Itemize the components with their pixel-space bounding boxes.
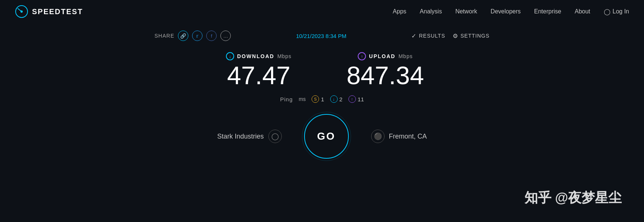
share-facebook-icon[interactable]: f [206, 31, 217, 41]
upload-label-row: ↑ UPLOAD Mbps [358, 52, 412, 60]
share-bar: SHARE 🔗 𝕣 f … 10/21/2023 8:34 PM ✓ RESUL… [154, 31, 490, 41]
speed-row: ↓ DOWNLOAD Mbps 47.47 ↑ UPLOAD Mbps 847.… [218, 52, 426, 88]
main-content: SHARE 🔗 𝕣 f … 10/21/2023 8:34 PM ✓ RESUL… [0, 23, 644, 159]
go-button[interactable]: GO [304, 114, 349, 159]
gear-icon: ⚙ [453, 32, 458, 39]
globe-icon: ⚫ [371, 130, 385, 143]
location-name: Fremont, CA [389, 133, 427, 140]
speedtest-logo-icon [15, 5, 28, 18]
watermark: 知乎 @夜梦星尘 [525, 189, 622, 207]
share-more-icon[interactable]: … [220, 31, 231, 41]
datetime-display: 10/21/2023 8:34 PM [296, 33, 346, 39]
nav-links: Apps Analysis Network Developers Enterpr… [393, 8, 629, 15]
upload-arrow-icon: ↑ [358, 52, 366, 60]
share-link-icon[interactable]: 🔗 [178, 31, 188, 41]
isp-name: Stark Industries [217, 133, 264, 140]
login-button[interactable]: ◯ Log In [604, 8, 629, 15]
person-circle-icon: ◯ [268, 130, 282, 143]
download-unit: Mbps [277, 53, 291, 59]
navbar: SPEEDTEST Apps Analysis Network Develope… [0, 0, 644, 23]
logo-text: SPEEDTEST [32, 7, 83, 16]
upload-block: ↑ UPLOAD Mbps 847.34 [344, 52, 426, 88]
location-block: ⚫ Fremont, CA [371, 130, 427, 143]
login-label: Log In [613, 8, 629, 15]
nav-link-analysis[interactable]: Analysis [420, 8, 442, 15]
nav-link-enterprise[interactable]: Enterprise [534, 8, 561, 15]
ping-unit: ms [299, 96, 306, 102]
person-icon: ◯ [604, 8, 610, 15]
nav-link-apps[interactable]: Apps [393, 8, 406, 15]
download-label-row: ↓ DOWNLOAD Mbps [226, 52, 291, 60]
ping-gold-icon: S [312, 95, 319, 103]
download-arrow-icon: ↓ [226, 52, 234, 60]
results-label: RESULTS [419, 33, 445, 39]
share-left: SHARE 🔗 𝕣 f … [154, 31, 231, 41]
ping-gold-value: 1 [321, 96, 324, 102]
results-button[interactable]: ✓ RESULTS [411, 32, 445, 39]
download-value: 47.47 [227, 63, 290, 88]
download-label: DOWNLOAD [237, 53, 274, 59]
ping-ul-stat: ↑ 11 [348, 95, 364, 103]
share-twitter-icon[interactable]: 𝕣 [192, 31, 203, 41]
upload-label: UPLOAD [369, 53, 395, 59]
upload-value: 847.34 [347, 63, 424, 88]
ping-row: Ping ms S 1 ↓ 2 ↑ 11 [280, 95, 364, 103]
ping-dl-stat: ↓ 2 [330, 95, 342, 103]
isp-block: Stark Industries ◯ [217, 130, 281, 143]
ping-label: Ping [280, 96, 293, 102]
ping-ul-value: 11 [358, 96, 364, 102]
nav-link-network[interactable]: Network [455, 8, 477, 15]
go-label: GO [317, 130, 336, 142]
settings-label: SETTINGS [460, 33, 490, 39]
ping-gold-stat: S 1 [312, 95, 324, 103]
ping-dl-icon: ↓ [330, 95, 338, 103]
upload-unit: Mbps [398, 53, 412, 59]
check-circle-icon: ✓ [411, 32, 417, 39]
nav-link-about[interactable]: About [575, 8, 590, 15]
bottom-row: Stark Industries ◯ GO ⚫ Fremont, CA [217, 114, 427, 159]
settings-button[interactable]: ⚙ SETTINGS [453, 32, 490, 39]
share-label: SHARE [154, 33, 174, 39]
download-block: ↓ DOWNLOAD Mbps 47.47 [218, 52, 300, 88]
ping-ul-icon: ↑ [348, 95, 356, 103]
results-settings: ✓ RESULTS ⚙ SETTINGS [411, 32, 490, 39]
logo: SPEEDTEST [15, 5, 83, 18]
svg-point-1 [20, 10, 23, 13]
nav-link-developers[interactable]: Developers [491, 8, 521, 15]
ping-dl-value: 2 [339, 96, 342, 102]
